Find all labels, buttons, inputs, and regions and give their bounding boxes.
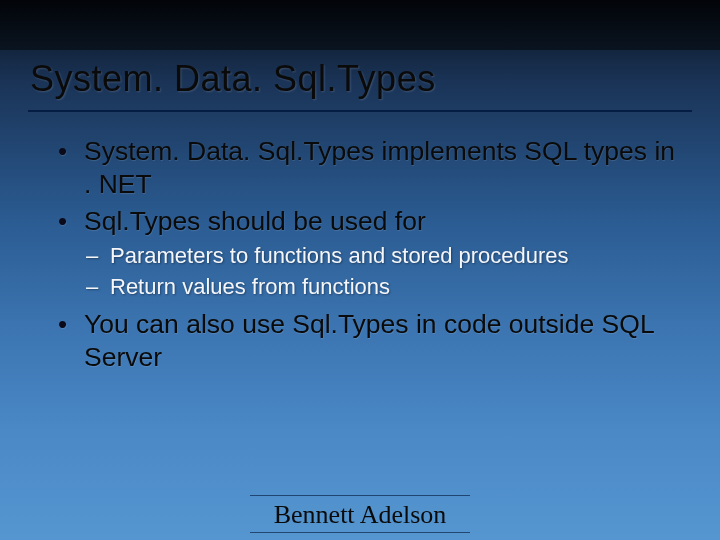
bullet-item: Sql.Types should be used for Parameters … (54, 205, 680, 301)
slide-content: System. Data. Sql.Types implements SQL t… (54, 135, 680, 378)
title-bar (0, 0, 720, 50)
title-underline (28, 110, 692, 112)
footer-divider-bottom (250, 532, 470, 533)
bullet-item: You can also use Sql.Types in code outsi… (54, 308, 680, 374)
footer-text: Bennett Adelson (0, 500, 720, 530)
sub-bullet-item: Return values from functions (84, 273, 680, 302)
bullet-text: You can also use Sql.Types in code outsi… (84, 309, 654, 372)
bullet-text: System. Data. Sql.Types implements SQL t… (84, 136, 675, 199)
bullet-item: System. Data. Sql.Types implements SQL t… (54, 135, 680, 201)
slide-title: System. Data. Sql.Types (30, 58, 436, 100)
sub-bullet-item: Parameters to functions and stored proce… (84, 242, 680, 271)
bullet-text: Sql.Types should be used for (84, 206, 426, 236)
footer-divider-top (250, 495, 470, 496)
